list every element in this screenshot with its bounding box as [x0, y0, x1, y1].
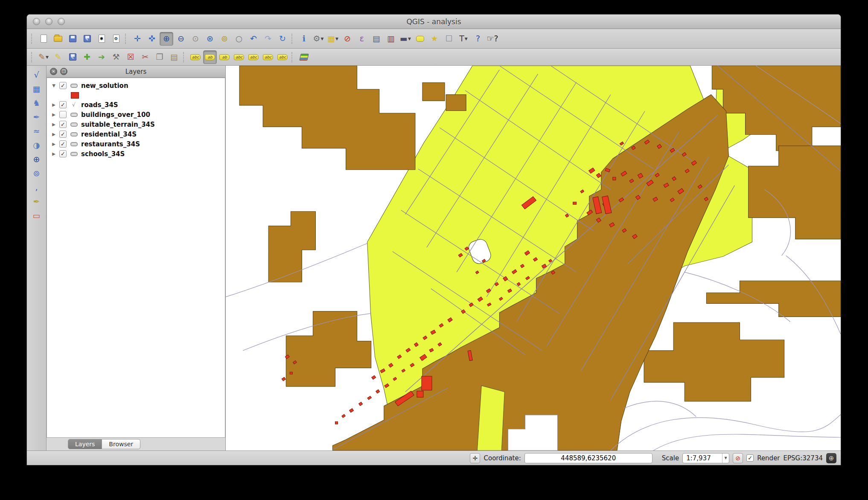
layer-visibility-checkbox[interactable]: [59, 111, 67, 118]
layer-row[interactable]: ▶buildings_over_100: [47, 110, 225, 119]
measure-icon[interactable]: ▬▼: [399, 32, 412, 46]
run-feature-action-icon[interactable]: ⚙▼: [312, 32, 325, 46]
zoom-native-icon[interactable]: ⊙: [189, 32, 202, 46]
expand-arrow-icon[interactable]: ▶: [51, 132, 56, 137]
pan-to-selection-icon[interactable]: ✜: [145, 32, 159, 46]
identify-features-icon[interactable]: ℹ: [297, 32, 311, 46]
layer-name[interactable]: schools_34S: [81, 150, 125, 158]
layer-name[interactable]: restaurants_34S: [81, 140, 140, 148]
zoom-to-layer-icon[interactable]: ○: [232, 32, 246, 46]
select-by-expression-icon[interactable]: ε: [355, 32, 369, 46]
layer-row[interactable]: ▶✓residential_34S: [47, 129, 225, 139]
layer-name[interactable]: residential_34S: [81, 131, 137, 138]
chevron-down-icon[interactable]: ▼: [722, 453, 729, 463]
save-project-icon[interactable]: [66, 32, 79, 46]
add-mssql-layer-icon[interactable]: ≈: [30, 125, 43, 137]
add-spatialite-layer-icon[interactable]: ✒: [30, 110, 43, 123]
copy-features-icon[interactable]: ❐: [153, 50, 166, 64]
map-canvas[interactable]: [226, 66, 841, 451]
new-bookmark-icon[interactable]: ★: [428, 32, 441, 46]
layer-row[interactable]: ▶✓√roads_34S: [47, 100, 225, 110]
help-contents-icon[interactable]: ?: [471, 32, 485, 46]
add-oracle-layer-icon[interactable]: ◑: [30, 139, 43, 151]
layer-visibility-checkbox[interactable]: ✓: [59, 82, 67, 89]
zoom-button[interactable]: [58, 18, 65, 25]
expand-arrow-icon[interactable]: ▶: [51, 112, 56, 117]
save-layer-edits-icon[interactable]: ✎: [66, 50, 79, 64]
minimize-button[interactable]: [45, 18, 52, 25]
layer-name[interactable]: roads_34S: [81, 101, 118, 109]
plugin-layers-icon[interactable]: [297, 50, 311, 64]
layer-visibility-checkbox[interactable]: ✓: [59, 121, 67, 128]
cut-features-icon[interactable]: ✂: [138, 50, 152, 64]
layer-row[interactable]: ▶✓restaurants_34S: [47, 139, 225, 149]
layer-visibility-checkbox[interactable]: ✓: [59, 140, 67, 148]
label-rotate-icon[interactable]: abc: [261, 50, 275, 64]
expand-arrow-icon[interactable]: ▼: [51, 83, 56, 88]
close-button[interactable]: [33, 18, 40, 25]
coordinate-input[interactable]: [524, 453, 652, 463]
zoom-full-icon[interactable]: ⊛: [203, 32, 217, 46]
new-shapefile-layer-icon[interactable]: ▭: [30, 209, 43, 222]
new-print-composer-icon[interactable]: ✱: [95, 32, 108, 46]
pan-map-icon[interactable]: ✛: [131, 32, 144, 46]
expand-arrow-icon[interactable]: ▶: [51, 151, 56, 156]
add-delimited-text-icon[interactable]: ,: [30, 181, 43, 194]
delete-selected-icon[interactable]: ☒: [124, 50, 137, 64]
open-project-icon[interactable]: [51, 32, 65, 46]
text-annotation-icon[interactable]: T▼: [457, 32, 470, 46]
select-features-icon[interactable]: ▦▼: [326, 32, 340, 46]
label-icon[interactable]: abc: [189, 50, 202, 64]
mouse-position-toggle-icon[interactable]: ✛: [470, 453, 480, 463]
show-bookmarks-icon[interactable]: ☐: [442, 32, 456, 46]
current-edits-icon[interactable]: ✎▼: [37, 50, 50, 64]
layer-row[interactable]: ▶✓suitable_terrain_34S: [47, 119, 225, 129]
zoom-in-icon[interactable]: ⊕: [160, 32, 173, 46]
label-properties-icon[interactable]: abc: [276, 50, 289, 64]
zoom-out-icon[interactable]: ⊖: [174, 32, 188, 46]
expand-arrow-icon[interactable]: ▶: [51, 142, 56, 146]
new-project-icon[interactable]: [37, 32, 50, 46]
render-checkbox[interactable]: ✓: [746, 454, 754, 462]
add-wfs-layer-icon[interactable]: ⊚: [30, 167, 43, 180]
label-pin-icon[interactable]: ab: [203, 50, 217, 64]
label-unpin-icon[interactable]: ab: [218, 50, 231, 64]
refresh-map-icon[interactable]: ↻: [276, 32, 289, 46]
map-tips-icon[interactable]: [413, 32, 427, 46]
layer-visibility-checkbox[interactable]: ✓: [59, 101, 67, 108]
expand-arrow-icon[interactable]: ▶: [51, 122, 56, 127]
add-wms-layer-icon[interactable]: ⊕: [30, 153, 43, 166]
stop-rendering-icon[interactable]: ⊘: [733, 453, 743, 463]
panel-tab-browser[interactable]: Browser: [102, 439, 140, 449]
layer-name[interactable]: suitable_terrain_34S: [81, 121, 155, 128]
zoom-next-icon[interactable]: ↷: [261, 32, 275, 46]
layer-visibility-checkbox[interactable]: ✓: [59, 131, 67, 138]
label-move-icon[interactable]: abc: [247, 50, 260, 64]
layer-row[interactable]: ▶✓schools_34S: [47, 149, 225, 159]
add-feature-icon[interactable]: ✚: [80, 50, 94, 64]
field-calculator-icon[interactable]: ▥: [384, 32, 398, 46]
add-vector-layer-icon[interactable]: √: [30, 68, 43, 81]
layer-name[interactable]: new_solution: [81, 82, 128, 90]
composer-manager-icon[interactable]: ⚙: [109, 32, 123, 46]
move-feature-icon[interactable]: ➔: [95, 50, 108, 64]
zoom-last-icon[interactable]: ↶: [247, 32, 260, 46]
panel-tab-layers[interactable]: Layers: [68, 439, 102, 449]
expand-arrow-icon[interactable]: ▶: [51, 102, 56, 107]
save-project-as-icon[interactable]: ✎: [80, 32, 94, 46]
layer-visibility-checkbox[interactable]: ✓: [59, 150, 67, 157]
paste-features-icon[interactable]: ▤: [167, 50, 181, 64]
zoom-to-selection-icon[interactable]: ⊚: [218, 32, 231, 46]
new-spatialite-layer-icon[interactable]: ✒: [30, 195, 43, 208]
layer-row[interactable]: ▼✓new_solution: [47, 81, 225, 90]
node-tool-icon[interactable]: ⚒: [109, 50, 123, 64]
whats-this-icon[interactable]: ☞?: [486, 32, 499, 46]
scale-combo[interactable]: 1:7,937 ▼: [682, 453, 729, 463]
deselect-features-icon[interactable]: ⊘: [341, 32, 354, 46]
add-postgis-layer-icon[interactable]: ♞: [30, 96, 43, 109]
toggle-editing-icon[interactable]: ✎: [51, 50, 65, 64]
add-raster-layer-icon[interactable]: ▦: [30, 82, 43, 95]
layer-name[interactable]: buildings_over_100: [81, 111, 150, 119]
crs-status-icon[interactable]: ⊕: [826, 453, 836, 463]
open-attribute-table-icon[interactable]: ▤: [370, 32, 383, 46]
